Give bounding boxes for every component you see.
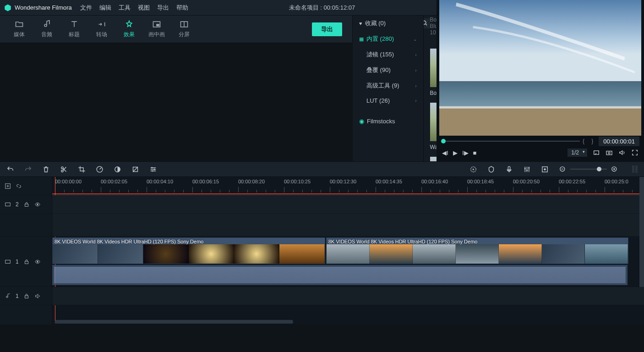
voiceover-icon[interactable] [505, 165, 513, 173]
sidebar-favorites-label: 收藏 (0) [365, 19, 386, 28]
keyframe-icon[interactable] [541, 165, 549, 173]
menu-help[interactable]: 帮助 [176, 4, 188, 12]
sidebar-filter[interactable]: 滤镜 (155)› [353, 47, 423, 62]
chevron-right-icon: › [415, 98, 416, 103]
sidebar-lut[interactable]: LUT (26)› [353, 94, 423, 108]
quality-icon[interactable] [593, 149, 600, 156]
track-v1-lane[interactable]: 8K VIDEOS World 8K Videos HDR UltraHD (1… [52, 236, 644, 287]
tab-title[interactable]: 标题 [60, 20, 88, 38]
menu-edit[interactable]: 编辑 [99, 4, 111, 12]
timeline-h-scrollbar[interactable] [55, 320, 293, 324]
add-track-icon[interactable] [5, 183, 11, 189]
fullscreen-icon[interactable] [631, 149, 639, 156]
zoom-track[interactable] [570, 169, 607, 170]
lock-icon[interactable] [23, 293, 30, 299]
effect-label-ghost: Bokeh Blur 10 [430, 16, 437, 36]
effect-brannan[interactable]: Brannan [430, 157, 437, 161]
effect-thumb[interactable]: ⬇ [430, 103, 437, 141]
preview-controls: ◀Ⅰ ▶ Ⅰ▶ ■ 1/2 [438, 146, 642, 160]
sidebar-favorites[interactable]: 收藏 (0) [353, 16, 423, 31]
effect-thumb[interactable] [430, 157, 437, 161]
ruler-label: 00:00:12:30 [330, 179, 356, 184]
menu-export[interactable]: 导出 [157, 4, 169, 12]
tab-media[interactable]: 媒体 [5, 20, 33, 38]
lock-icon[interactable] [23, 201, 30, 208]
eye-icon[interactable] [34, 201, 41, 208]
tab-audio[interactable]: 音频 [33, 20, 60, 38]
tab-transition[interactable]: 转场 [88, 20, 115, 38]
track-header-a1[interactable]: 1 [0, 287, 52, 305]
zoom-knob[interactable] [597, 167, 601, 171]
sidebar-builtin[interactable]: 内置 (280)⌄ [353, 31, 423, 47]
svg-point-25 [151, 167, 153, 168]
redo-icon[interactable] [24, 165, 32, 173]
menu-tools[interactable]: 工具 [119, 4, 131, 12]
svg-point-39 [37, 204, 38, 205]
undo-icon[interactable] [6, 165, 14, 173]
timeline-v-scrollbar[interactable] [639, 177, 644, 287]
scrubber-track[interactable] [441, 141, 580, 142]
effects-grid: Bokeh Blur 10 Warm Film Metropolis ⬇Boke… [424, 16, 437, 161]
app-logo-icon [4, 4, 12, 12]
crop-icon[interactable] [78, 165, 86, 173]
snapshot-icon[interactable] [606, 149, 613, 156]
marker-icon[interactable] [487, 165, 495, 173]
audio-waveform[interactable] [52, 265, 628, 285]
track-a1-lane[interactable] [52, 287, 644, 305]
lock-icon[interactable] [23, 258, 30, 265]
mixer-icon[interactable] [523, 165, 531, 173]
prev-frame-button[interactable]: ◀Ⅰ [442, 149, 448, 156]
speed-icon[interactable] [96, 165, 104, 173]
color-icon[interactable] [114, 165, 121, 173]
tab-media-label: 媒体 [14, 31, 25, 38]
delete-icon[interactable] [42, 165, 50, 173]
clip-title: 8K VIDEOS World 8K Videos HDR UltraHD (1… [328, 239, 477, 244]
svg-point-27 [152, 170, 153, 171]
menu-file[interactable]: 文件 [80, 4, 92, 12]
track-headers: 2 1 1 [0, 177, 52, 324]
track-v2-lane[interactable] [52, 195, 644, 214]
marker-brackets-icon[interactable]: { } [583, 138, 596, 144]
zoom-in-icon[interactable] [611, 165, 618, 173]
next-frame-button[interactable]: Ⅰ▶ [462, 149, 469, 156]
video-clip[interactable]: 8K VIDEOS World 8K Videos HDR UltraHD (1… [52, 237, 325, 264]
volume-icon[interactable] [618, 149, 626, 156]
tab-splitscreen[interactable]: 分屏 [170, 20, 198, 38]
ruler-label: 00:00:04:10 [147, 179, 173, 184]
track-header-v2[interactable]: 2 [0, 195, 52, 214]
svg-point-26 [154, 169, 155, 170]
ruler-label: 00:00:02:05 [101, 179, 127, 184]
timeline-meter-icon[interactable] [632, 165, 638, 173]
track-gap [52, 214, 644, 236]
timeline-tracks[interactable]: 00:00:00:0000:00:02:0500:00:04:1000:00:0… [52, 177, 644, 324]
tab-pip[interactable]: 画中画 [143, 20, 170, 38]
zoom-out-icon[interactable] [559, 165, 567, 173]
effect-warm-glow[interactable]: ⬇Warm Glow [430, 103, 437, 150]
greenscreen-icon[interactable] [131, 165, 139, 173]
effect-thumb[interactable]: ⬇ [430, 49, 437, 87]
menu-view[interactable]: 视图 [138, 4, 150, 12]
split-icon[interactable] [60, 165, 68, 173]
preview-zoom-select[interactable]: 1/2 [568, 148, 587, 157]
track-header-v1[interactable]: 1 [0, 236, 52, 287]
export-button[interactable]: 导出 [312, 22, 342, 36]
play-button[interactable]: ▶ [453, 149, 458, 156]
adjust-icon[interactable] [149, 165, 157, 173]
track-spacer [0, 214, 52, 236]
sidebar-overlay[interactable]: 叠覆 (90)› [353, 62, 423, 78]
sidebar-filmstocks[interactable]: ◉Filmstocks [353, 114, 423, 128]
eye-icon[interactable] [34, 258, 41, 265]
render-icon[interactable] [469, 165, 477, 173]
ruler-label: 00:00:00:00 [55, 179, 82, 184]
sidebar-advanced[interactable]: 高级工具 (9)› [353, 78, 423, 94]
stop-button[interactable]: ■ [473, 149, 477, 156]
scrubber-knob[interactable] [441, 139, 446, 143]
timeline-ruler[interactable]: 00:00:00:0000:00:02:0500:00:04:1000:00:0… [52, 177, 644, 195]
effect-bokeh-blur-4[interactable]: ⬇Bokeh Blur 4 [430, 49, 437, 96]
mute-icon[interactable] [34, 293, 41, 299]
svg-rect-6 [156, 24, 159, 26]
tab-effects[interactable]: 效果 [115, 20, 143, 38]
preview-canvas[interactable] [439, 0, 641, 136]
video-clip[interactable]: 8K VIDEOS World 8K Videos HDR UltraHD (1… [326, 237, 628, 264]
link-icon[interactable] [16, 183, 22, 189]
